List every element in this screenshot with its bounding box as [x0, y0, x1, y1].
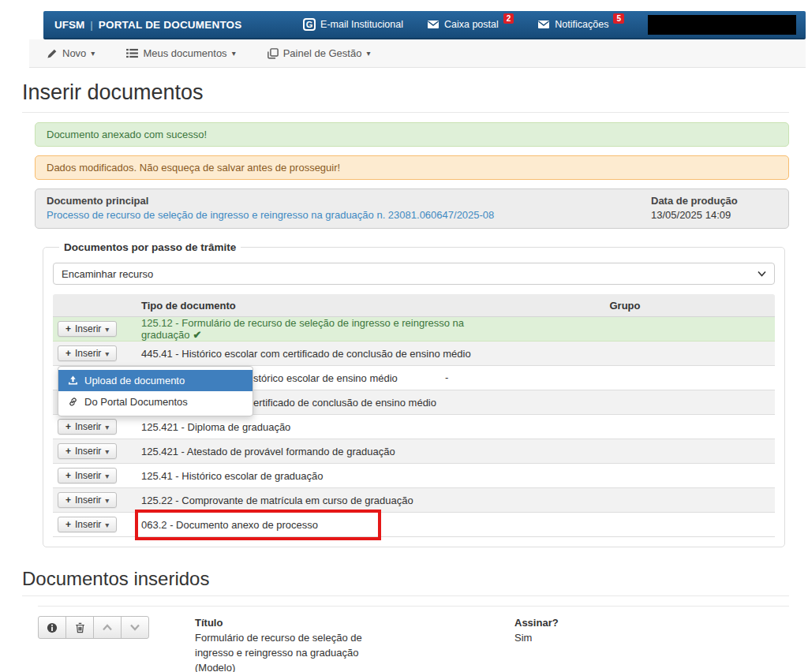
caret-down-icon: ▾ [366, 49, 370, 58]
top-navbar: UFSM | PORTAL DE DOCUMENTOS G E-mail Ins… [43, 11, 806, 39]
notificacoes-label: Notificações [555, 18, 608, 31]
notificacoes-badge: 5 [613, 13, 624, 24]
table-row: +Inserir▾ 125.22 - Comprovante de matríc… [53, 488, 775, 513]
menu-novo[interactable]: Novo ▾ [47, 47, 95, 59]
delete-button[interactable] [65, 616, 94, 639]
upload-icon [68, 375, 78, 386]
menu-painel-gestao[interactable]: Painel de Gestão ▾ [267, 47, 371, 59]
inserir-dropdown-menu: Upload de documento Do Portal Documentos [58, 366, 253, 416]
notificacoes-link[interactable]: Notificações 5 [537, 18, 624, 31]
email-institucional-link[interactable]: G E-mail Institucional [303, 18, 403, 31]
caret-down-icon: ▾ [105, 349, 109, 358]
tipo-documento-text: 125.22 - Comprovante de matrícula em cur… [141, 495, 475, 506]
data-producao-label: Data de produção [651, 195, 777, 207]
caret-down-icon: ▾ [232, 49, 236, 58]
tipo-documento-text: 445.41 - Histórico escolar com certifica… [141, 348, 475, 360]
plus-icon: + [65, 348, 71, 359]
main-content: Inserir documentos Documento anexado com… [22, 80, 789, 672]
plus-icon: + [65, 495, 71, 506]
inserir-button[interactable]: +Inserir▾ [58, 419, 117, 435]
inserir-button[interactable]: +Inserir▾ [58, 345, 117, 361]
menu-painel-gestao-label: Painel de Gestão [283, 47, 362, 59]
caret-down-icon: ▾ [105, 472, 109, 480]
documento-principal-panel: Documento principal Processo de recurso … [35, 189, 789, 229]
plus-icon: + [65, 470, 71, 481]
move-up-button[interactable] [93, 616, 122, 639]
col-header-grupo: Grupo [475, 300, 775, 312]
inserir-button[interactable]: +Inserir▾ [58, 468, 117, 483]
check-icon: ✔ [193, 329, 201, 341]
pages-icon [267, 48, 279, 59]
table-row: +Inserir▾ 125.421 - Atestado de provável… [53, 439, 775, 464]
pencil-icon [47, 48, 58, 59]
caixa-postal-badge: 2 [503, 13, 514, 24]
tipos-documento-table: Tipo de documento Grupo +Inserir▾ 125.12… [53, 294, 775, 537]
tramite-legend: Documentos por passo de trâmite [59, 241, 241, 253]
select-chevron-icon [758, 271, 766, 277]
table-row: +Inserir▾ 445.41 - Histórico escolar com… [53, 342, 775, 366]
caixa-postal-label: Caixa postal [444, 18, 499, 31]
menubar: Novo ▾ Meus documentos ▾ Painel de Gestã… [29, 39, 806, 68]
assinar-label: Assinar? [514, 616, 559, 631]
upload-de-documento-label: Upload de documento [84, 375, 185, 386]
col-header-tipo: Tipo de documento [141, 300, 475, 312]
caret-down-icon: ▾ [105, 496, 109, 505]
titulo-value: Formulário de recurso de seleção de ingr… [195, 631, 380, 672]
tipo-documento-text: 063.2 - Documento anexo de processo [141, 519, 475, 531]
link-icon [68, 397, 78, 407]
titulo-label: Título [195, 616, 380, 631]
warning-alert: Dados modificados. Não esqueça de salvar… [35, 155, 789, 180]
success-alert: Documento anexado com sucesso! [35, 122, 789, 147]
caret-down-icon: ▾ [105, 325, 109, 334]
passo-tramite-selected-value: Encaminhar recurso [62, 268, 153, 280]
plus-icon: + [65, 323, 71, 334]
assinar-value: Sim [514, 631, 559, 646]
upload-de-documento-item[interactable]: Upload de documento [58, 370, 252, 391]
documento-inserido-row: Título Formulário de recurso de seleção … [38, 606, 789, 672]
inserir-button[interactable]: +Inserir▾ [58, 443, 117, 459]
grupo-value: - [445, 371, 448, 383]
navbar-right: G E-mail Institucional Caixa postal 2 No… [303, 15, 798, 35]
documento-principal-link[interactable]: Processo de recurso de seleção de ingres… [47, 209, 494, 221]
documento-actions-group [38, 616, 149, 639]
tipo-documento-text: 125.421 - Atestado de provável formando … [141, 446, 475, 457]
list-icon [126, 48, 138, 58]
plus-icon: + [65, 519, 71, 530]
move-down-button[interactable] [121, 616, 149, 639]
do-portal-documentos-label: Do Portal Documentos [84, 396, 188, 408]
caret-down-icon: ▾ [91, 49, 95, 58]
documentos-inseridos-heading: Documentos inseridos [22, 568, 789, 596]
tipo-documento-text: 125.12 - Formulário de recurso de seleçã… [141, 317, 464, 341]
tipo-documento-text: 125.41 - Histórico escolar de graduação [141, 470, 475, 482]
documentos-tramite-fieldset: Documentos por passo de trâmite Encaminh… [43, 241, 785, 547]
passo-tramite-select[interactable]: Encaminhar recurso [53, 263, 775, 285]
menu-novo-label: Novo [62, 47, 86, 59]
brand-portal: PORTAL DE DOCUMENTOS [99, 19, 242, 31]
table-row: +Inserir▾ 125.12 - Formulário de recurso… [53, 317, 775, 342]
envelope-icon [427, 18, 440, 31]
data-producao-value: 13/05/2025 14:09 [651, 209, 777, 221]
caixa-postal-link[interactable]: Caixa postal 2 [427, 18, 514, 31]
caret-down-icon: ▾ [105, 423, 109, 431]
inserir-button[interactable]: +Inserir▾ [58, 517, 117, 532]
brand-ufsm: UFSM [54, 19, 84, 31]
table-row: +Inserir▾ 063.2 - Documento anexo de pro… [53, 513, 775, 537]
caret-down-icon: ▾ [105, 521, 109, 529]
plus-icon: + [65, 421, 71, 432]
table-row: +Inserir▾ 125.41 - Histórico escolar de … [53, 464, 775, 488]
do-portal-documentos-item[interactable]: Do Portal Documentos [58, 391, 252, 413]
plus-icon: + [65, 446, 71, 457]
inserir-button[interactable]: +Inserir▾ [58, 321, 117, 337]
email-institucional-label: E-mail Institucional [320, 18, 403, 31]
envelope-icon [537, 18, 550, 31]
brand: UFSM | PORTAL DE DOCUMENTOS [54, 19, 242, 31]
brand-separator: | [90, 19, 93, 31]
documento-principal-label: Documento principal [47, 195, 651, 207]
tipo-documento-text: 125.421 - Diploma de graduação [141, 421, 475, 433]
menu-meus-documentos[interactable]: Meus documentos ▾ [126, 47, 235, 59]
redacted-username [648, 15, 796, 35]
inserir-button[interactable]: +Inserir▾ [58, 492, 117, 508]
info-button[interactable] [38, 616, 66, 639]
menu-meus-documentos-label: Meus documentos [143, 47, 226, 59]
email-g-icon: G [303, 18, 316, 31]
